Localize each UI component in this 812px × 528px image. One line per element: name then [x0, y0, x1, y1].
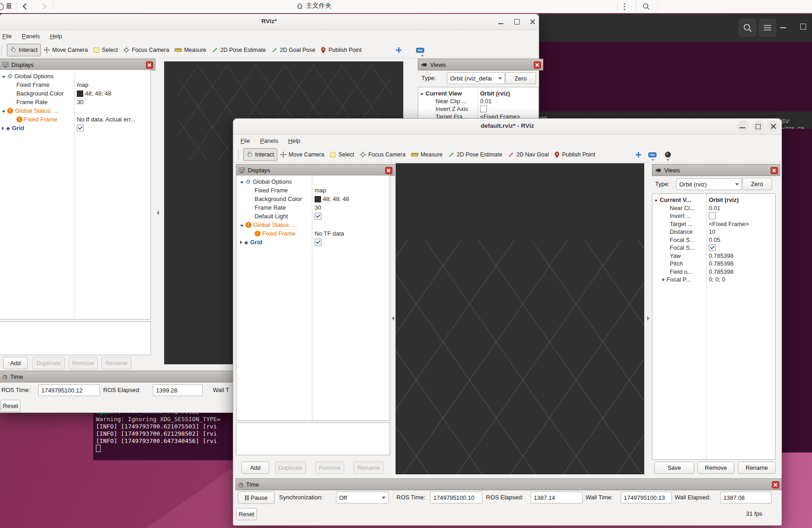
publish-point-tool-button[interactable]: Publish Point [318, 44, 364, 56]
tree-row[interactable]: Current V... Orbit (rviz) [652, 196, 775, 204]
row-checkbox[interactable] [709, 212, 716, 219]
view-type-dropdown[interactable]: Orbit (rviz_defau [447, 72, 505, 84]
tree-row[interactable]: ⚙ Global Options [236, 177, 390, 186]
goal-pose-tool-button[interactable]: 2D Goal Pose [269, 44, 318, 56]
publish-point-tool-button[interactable]: Publish Point [551, 149, 598, 161]
row-value[interactable]: 0.785398 [709, 268, 733, 275]
tree-row[interactable]: Field o... 0.785398 [652, 267, 775, 276]
views-panel-header[interactable]: Views [652, 164, 780, 176]
tree-row[interactable]: Distance 10 [652, 227, 775, 236]
duplicate-button[interactable]: Duplicate [275, 462, 306, 474]
reset-button[interactable]: Reset [0, 400, 20, 412]
expander-icon[interactable] [0, 107, 7, 114]
row-value[interactable]: 0.785398 [709, 260, 733, 267]
tree-row[interactable]: Yaw 0.785398 [652, 251, 775, 260]
expander-icon[interactable] [0, 73, 7, 80]
tree-row[interactable]: ! Global Status: ... [236, 221, 390, 229]
tree-row[interactable]: ⚙ Global Options [0, 72, 150, 80]
wall-elapsed-input[interactable]: 1387.08 [720, 492, 772, 503]
measure-tool-button[interactable]: Measure [408, 149, 446, 161]
tree-row[interactable]: Invert ... [652, 211, 775, 220]
focus-camera-tool-button[interactable]: Focus Camera [357, 149, 408, 161]
terminal-window[interactable]: bg@BSV:~/ros_catkin_ws$ rviz2 Warning: I… [93, 412, 233, 460]
row-value[interactable]: 48; 48; 48 [315, 196, 349, 202]
expander-icon[interactable] [236, 178, 246, 185]
remove-button[interactable]: Remove [316, 462, 344, 474]
checkbox-checked[interactable] [709, 244, 716, 251]
row-checkbox[interactable] [480, 106, 487, 112]
menu-dots-icon[interactable] [624, 3, 625, 10]
wall-time-input[interactable]: 1749795100.13 [621, 492, 672, 503]
tree-row[interactable]: Frame Rate 30 [0, 98, 150, 106]
tree-row[interactable]: Pitch 0.785398 [652, 259, 775, 268]
search-icon[interactable] [642, 2, 650, 10]
tree-row[interactable]: Background Color 48; 48; 48 [0, 89, 150, 98]
tree-row[interactable]: Fixed Frame map [0, 80, 150, 89]
minimize-button[interactable] [737, 121, 748, 132]
move-camera-tool-button[interactable]: Move Camera [277, 149, 327, 161]
remove-tool-icon[interactable] [416, 48, 424, 53]
checkbox-unchecked[interactable] [480, 106, 487, 112]
views-tree[interactable]: Current V... Orbit (rviz) Near Cl... 0.0… [652, 193, 776, 460]
synchronization-dropdown[interactable]: Off [336, 492, 389, 503]
displays-panel-header[interactable]: Displays [236, 164, 395, 176]
move-camera-tool-button[interactable]: Move Camera [41, 44, 91, 56]
save-button[interactable]: Save [654, 462, 694, 474]
tree-row[interactable]: Target ... <Fixed Frame> [652, 220, 775, 228]
row-value[interactable]: 0.05 [709, 236, 720, 243]
row-value[interactable]: 0.01 [480, 98, 491, 105]
ros-elapsed-input[interactable]: 1387.14 [531, 492, 583, 503]
row-value[interactable]: No TF data [315, 230, 344, 237]
tree-row[interactable]: !Fixed Frame No tf data. Actual err... [0, 115, 150, 124]
tree-row[interactable]: !Fixed Frame No TF data [236, 229, 390, 238]
pose-estimate-tool-button[interactable]: 2D Pose Estimate [209, 44, 269, 56]
row-value[interactable]: 0.785398 [709, 252, 733, 259]
interact-tool-button[interactable]: Interact [243, 148, 277, 161]
nav-goal-tool-button[interactable]: 2D Nav Goal [505, 149, 552, 161]
zero-button[interactable]: Zero [742, 178, 772, 190]
close-button[interactable] [529, 18, 536, 25]
add-button[interactable]: Add [3, 357, 28, 369]
row-value[interactable]: 0; 0; 0 [709, 276, 725, 283]
maximize-button[interactable] [752, 121, 764, 132]
expander-icon[interactable] [418, 90, 426, 97]
terminal-minimize-button[interactable] [780, 27, 786, 28]
tree-row[interactable]: Focal P... 0; 0; 0 [652, 275, 775, 284]
close-icon[interactable] [385, 167, 392, 174]
tree-row[interactable]: ! Global Status: ... [0, 106, 150, 115]
row-value[interactable]: map [77, 81, 88, 88]
path-bar-home[interactable]: 主文件夹 [296, 2, 331, 10]
ros-time-input[interactable]: 1749795100.10 [430, 492, 482, 503]
terminal-maximize-button[interactable] [800, 24, 806, 30]
time-panel-header[interactable]: ◷ Time [236, 478, 782, 490]
measure-tool-button[interactable]: Measure [172, 44, 209, 56]
close-icon[interactable] [771, 167, 778, 174]
menu-file[interactable]: File [2, 33, 12, 40]
rename-button[interactable]: Rename [354, 462, 384, 474]
row-value[interactable]: No tf data. Actual err... [77, 116, 150, 123]
close-icon[interactable] [772, 481, 779, 488]
select-tool-button[interactable]: Select [90, 44, 120, 56]
tree-row[interactable]: Focal S... 0.05 [652, 236, 775, 244]
terminal-search-button[interactable] [738, 19, 757, 37]
panel-collapse-arrow[interactable] [647, 316, 650, 321]
maximize-button[interactable] [513, 18, 521, 25]
row-value[interactable]: Orbit (rviz) [480, 90, 510, 97]
close-button[interactable] [767, 121, 779, 132]
rename-button[interactable]: Rename [738, 462, 776, 474]
zero-button[interactable]: Zero [505, 72, 536, 84]
add-button[interactable]: Add [241, 462, 269, 474]
tool-dropdown-arrow[interactable] [652, 159, 654, 161]
add-tool-icon[interactable] [635, 151, 642, 158]
row-value[interactable]: <Fixed Frame> [709, 221, 749, 227]
interact-tool-button[interactable]: Interact [7, 44, 41, 56]
checkbox-checked[interactable] [315, 213, 321, 220]
views-panel-header[interactable]: Views [418, 59, 543, 70]
pose-estimate-tool-button[interactable]: 2D Pose Estimate [446, 149, 505, 161]
checkbox-unchecked[interactable] [709, 212, 716, 219]
panel-collapse-arrow[interactable] [156, 211, 159, 215]
row-value[interactable]: Orbit (rviz) [709, 196, 739, 203]
ros-elapsed-input[interactable]: 1399.28 [153, 384, 203, 396]
tree-row[interactable]: Default Light [236, 212, 390, 221]
checkbox-checked[interactable] [77, 125, 84, 131]
